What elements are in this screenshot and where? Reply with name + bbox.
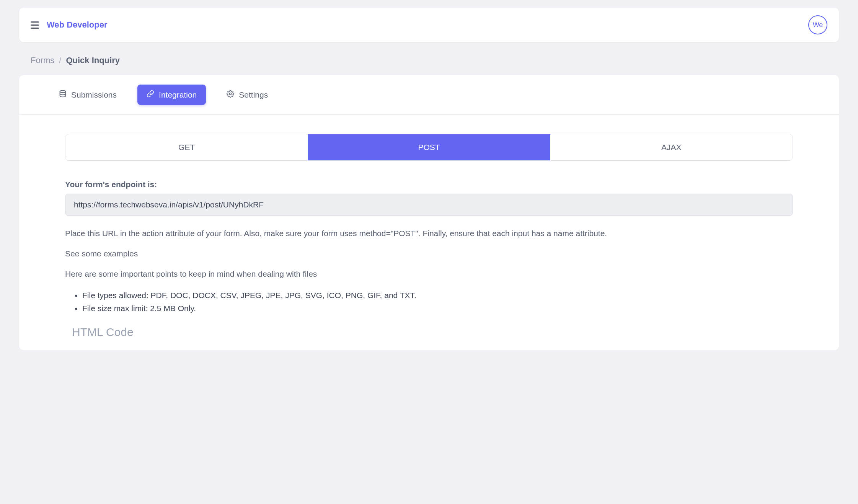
tab-integration[interactable]: Integration xyxy=(137,85,206,105)
tab-submissions[interactable]: Submissions xyxy=(50,85,126,105)
tab-settings[interactable]: Settings xyxy=(217,85,277,105)
menu-icon[interactable] xyxy=(31,21,39,29)
method-tabs: GET POST AJAX xyxy=(65,134,793,161)
examples-link[interactable]: See some examples xyxy=(65,249,793,258)
gear-icon xyxy=(227,90,234,99)
breadcrumb-current: Quick Inquiry xyxy=(66,55,120,65)
html-code-heading: HTML Code xyxy=(72,326,793,339)
topbar: Web Developer We xyxy=(19,8,839,42)
method-tab-post[interactable]: POST xyxy=(308,134,550,160)
avatar[interactable]: We xyxy=(808,15,827,34)
bullets-list: File types allowed: PDF, DOC, DOCX, CSV,… xyxy=(82,289,793,314)
brand-title[interactable]: Web Developer xyxy=(47,20,108,30)
database-icon xyxy=(59,90,67,99)
tabs: Submissions Integration Settings xyxy=(19,75,839,115)
svg-point-0 xyxy=(60,91,66,93)
endpoint-label: Your form's endpoint is: xyxy=(65,180,793,189)
svg-point-1 xyxy=(230,93,232,95)
topbar-left: Web Developer xyxy=(31,20,108,30)
link-icon xyxy=(147,90,154,99)
tab-label: Integration xyxy=(159,90,197,99)
content: GET POST AJAX Your form's endpoint is: h… xyxy=(19,115,839,350)
description-text: Place this URL in the action attribute o… xyxy=(65,227,793,240)
breadcrumb-separator: / xyxy=(59,55,61,65)
method-tab-ajax[interactable]: AJAX xyxy=(550,134,793,160)
main-card: Submissions Integration Settings GET xyxy=(19,75,839,350)
tab-label: Settings xyxy=(239,90,268,99)
files-intro: Here are some important points to keep i… xyxy=(65,268,793,280)
list-item: File size max limit: 2.5 MB Only. xyxy=(82,302,793,315)
method-tab-get[interactable]: GET xyxy=(65,134,308,160)
breadcrumb-root[interactable]: Forms xyxy=(31,55,54,65)
endpoint-url[interactable]: https://forms.techwebseva.in/apis/v1/pos… xyxy=(65,194,793,216)
list-item: File types allowed: PDF, DOC, DOCX, CSV,… xyxy=(82,289,793,302)
tab-label: Submissions xyxy=(71,90,117,99)
avatar-label: We xyxy=(813,21,823,29)
breadcrumb: Forms / Quick Inquiry xyxy=(31,55,827,65)
